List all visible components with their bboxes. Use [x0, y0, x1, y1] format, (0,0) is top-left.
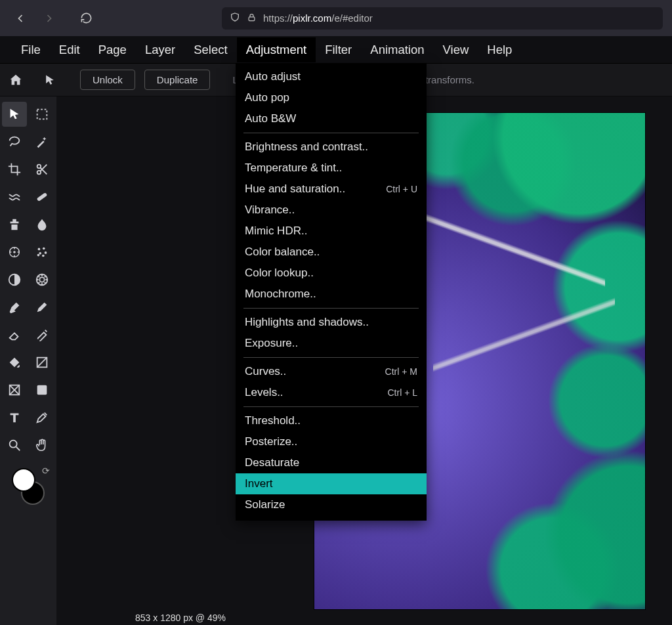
svg-point-23 [45, 279, 47, 280]
marquee-tool[interactable] [30, 102, 54, 127]
adjustment-solarize[interactable]: Solarize [236, 494, 427, 515]
svg-line-34 [16, 447, 20, 451]
adjustment-hue-and-saturation[interactable]: Hue and saturation..Ctrl + U [236, 179, 427, 200]
arrange-tool[interactable] [2, 102, 27, 127]
status-bar: 853 x 1280 px @ 49% [129, 611, 232, 625]
adjustment-color-lookup[interactable]: Color lookup.. [236, 263, 427, 284]
svg-point-12 [43, 248, 45, 250]
svg-point-21 [41, 283, 43, 284]
forward-button[interactable] [38, 7, 60, 30]
shape-tool[interactable] [2, 377, 27, 402]
toning-tool[interactable] [2, 267, 27, 292]
back-button[interactable] [9, 7, 32, 30]
adjustment-exposure[interactable]: Exposure.. [236, 333, 427, 354]
draw-tool[interactable] [30, 295, 54, 320]
lasso-tool[interactable] [2, 129, 27, 154]
heal-tool[interactable] [30, 184, 54, 209]
adjustment-curves[interactable]: Curves..Ctrl + M [236, 361, 427, 382]
svg-point-11 [38, 248, 41, 251]
gradient-tool[interactable] [30, 350, 54, 375]
frame-tool[interactable] [30, 377, 54, 402]
shield-icon [230, 12, 240, 24]
adjustment-brightness-and-contrast[interactable]: Brightness and contrast.. [236, 137, 427, 158]
svg-point-20 [41, 274, 43, 276]
pen-tool[interactable] [2, 295, 27, 320]
svg-rect-1 [37, 110, 47, 119]
disperse-tool[interactable] [30, 240, 54, 265]
blur-tool[interactable] [30, 212, 54, 237]
menu-select[interactable]: Select [184, 37, 236, 62]
url-prefix: https:// [263, 12, 293, 24]
adjustment-auto-pop[interactable]: Auto pop [236, 87, 427, 108]
menu-filter[interactable]: Filter [316, 37, 361, 62]
svg-point-19 [39, 277, 44, 282]
menu-layer[interactable]: Layer [136, 37, 184, 62]
liquify-tool[interactable] [2, 184, 27, 209]
adjustment-auto-b-w[interactable]: Auto B&W [236, 108, 427, 129]
adjustment-highlights-and-shadows[interactable]: Highlights and shadows.. [236, 312, 427, 333]
detail-tool[interactable] [2, 240, 27, 265]
home-icon[interactable] [7, 71, 25, 89]
svg-point-22 [37, 279, 38, 280]
adjustment-monochrome[interactable]: Monochrome.. [236, 284, 427, 305]
reload-button[interactable] [75, 7, 97, 30]
hand-tool[interactable] [30, 433, 54, 458]
svg-rect-0 [249, 16, 255, 20]
svg-point-16 [37, 254, 40, 257]
adjustment-color-balance[interactable]: Color balance.. [236, 242, 427, 263]
zoom-tool[interactable] [2, 433, 27, 458]
adjustment-desaturate[interactable]: Desaturate [236, 452, 427, 473]
crop-tool[interactable] [2, 157, 27, 182]
svg-point-33 [10, 441, 17, 448]
menu-edit[interactable]: Edit [50, 37, 89, 62]
menu-page[interactable]: Page [89, 37, 136, 62]
adjustment-auto-adjust[interactable]: Auto adjust [236, 66, 427, 87]
menu-separator [243, 308, 419, 309]
adjustment-levels[interactable]: Levels..Ctrl + L [236, 382, 427, 403]
swap-colors-icon[interactable]: ⟳ [42, 465, 50, 476]
cutout-tool[interactable] [30, 157, 54, 182]
temperature-tool[interactable] [30, 267, 54, 292]
menu-adjustment[interactable]: Adjustment [237, 37, 316, 62]
url-text: https://pixlr.com/e/#editor [263, 12, 373, 24]
menu-separator [243, 406, 419, 407]
menu-view[interactable]: View [434, 37, 478, 62]
url-domain: pixlr.com [293, 12, 331, 24]
svg-point-6 [13, 251, 16, 253]
svg-rect-4 [37, 192, 48, 202]
unlock-button[interactable]: Unlock [80, 70, 135, 90]
address-bar[interactable]: https://pixlr.com/e/#editor [222, 7, 663, 30]
adjustment-threshold[interactable]: Threshold.. [236, 410, 427, 431]
adjustment-vibrance[interactable]: Vibrance.. [236, 200, 427, 221]
browser-toolbar: https://pixlr.com/e/#editor [0, 0, 672, 36]
menu-help[interactable]: Help [478, 37, 521, 62]
toolbox: ⟳ [0, 97, 56, 625]
menu-bar: FileEditPageLayerSelectAdjustmentFilterA… [0, 36, 672, 64]
url-path: /e/#editor [331, 12, 373, 24]
adjustment-temperature-tint[interactable]: Temperature & tint.. [236, 158, 427, 179]
wand-tool[interactable] [30, 129, 54, 154]
svg-rect-32 [37, 385, 47, 395]
foreground-color[interactable] [12, 468, 35, 492]
svg-point-27 [44, 282, 45, 283]
menu-separator [243, 357, 419, 358]
svg-point-24 [38, 276, 39, 277]
adjustment-invert[interactable]: Invert [236, 473, 427, 494]
picker-tool[interactable] [30, 405, 54, 430]
duplicate-button[interactable]: Duplicate [144, 70, 211, 90]
svg-point-25 [44, 276, 45, 277]
svg-point-14 [39, 252, 41, 255]
fill-tool[interactable] [2, 350, 27, 375]
eraser-tool[interactable] [2, 322, 27, 347]
adjustment-mimic-hdr[interactable]: Mimic HDR.. [236, 221, 427, 242]
replace-color-tool[interactable] [30, 322, 54, 347]
menu-separator [243, 133, 419, 133]
adjustment-posterize[interactable]: Posterize.. [236, 431, 427, 452]
menu-animation[interactable]: Animation [361, 37, 433, 62]
text-tool[interactable] [2, 405, 27, 430]
svg-point-15 [42, 255, 45, 257]
clone-tool[interactable] [2, 212, 27, 237]
color-swatches[interactable]: ⟳ [12, 468, 45, 505]
menu-file[interactable]: File [12, 37, 50, 62]
arrange-cursor-icon[interactable] [41, 71, 59, 89]
